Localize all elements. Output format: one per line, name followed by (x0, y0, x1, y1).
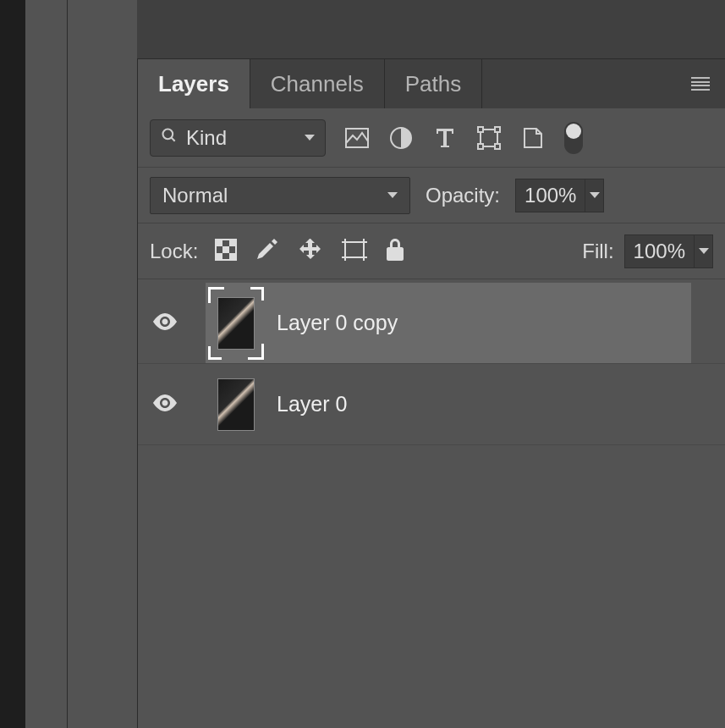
opacity-label[interactable]: Opacity: (426, 184, 500, 207)
layer-name[interactable]: Layer 0 copy (277, 311, 398, 335)
svg-rect-12 (222, 246, 229, 253)
blend-row: Normal Opacity: 100% (138, 168, 725, 223)
tab-paths[interactable]: Paths (385, 59, 483, 108)
filter-toggle[interactable] (564, 122, 583, 154)
visibility-eye-icon[interactable] (152, 313, 178, 334)
lock-artboard-icon[interactable] (342, 239, 367, 264)
layer-row[interactable]: Layer 0 (138, 364, 725, 445)
svg-rect-15 (345, 242, 364, 257)
panel-tabs: Layers Channels Paths (138, 59, 725, 108)
opacity-dropdown[interactable] (585, 179, 604, 212)
chevron-down-icon (305, 135, 315, 141)
chevron-down-icon (590, 192, 600, 198)
layer-row[interactable]: Layer 0 copy (138, 283, 725, 364)
lock-transparency-icon[interactable] (215, 239, 237, 264)
svg-line-1 (172, 138, 175, 141)
svg-rect-6 (495, 127, 500, 132)
app-left-strip (0, 0, 25, 728)
lock-position-icon[interactable] (298, 237, 323, 266)
svg-point-0 (163, 130, 173, 140)
fill-dropdown[interactable] (695, 234, 713, 268)
filter-pixel-icon[interactable] (344, 125, 370, 151)
panel-menu-icon[interactable] (691, 77, 710, 91)
filter-type-icon[interactable] (432, 125, 458, 151)
chevron-down-icon (387, 192, 398, 198)
blend-mode-select[interactable]: Normal (150, 177, 410, 214)
tab-layers[interactable]: Layers (138, 59, 250, 108)
svg-rect-11 (229, 240, 236, 246)
lock-label: Lock: (150, 240, 198, 263)
layer-filter-row: Kind (138, 108, 725, 168)
svg-rect-13 (216, 253, 222, 260)
filter-kind-label: Kind (186, 126, 296, 150)
layer-list: Layer 0 copy Layer 0 (138, 279, 725, 445)
layers-panel: Layers Channels Paths Kind (137, 59, 725, 728)
opacity-value[interactable]: 100% (515, 179, 585, 212)
tab-spacer (482, 59, 725, 108)
fill-value[interactable]: 100% (624, 234, 695, 268)
svg-rect-5 (478, 127, 483, 132)
visibility-eye-icon[interactable] (152, 394, 178, 415)
filter-kind-select[interactable]: Kind (150, 119, 326, 157)
filter-shape-icon[interactable] (476, 125, 502, 151)
fill-group: Fill: 100% (582, 234, 713, 268)
lock-row: Lock: Fill: 100% (138, 223, 725, 279)
chevron-down-icon (699, 248, 709, 254)
svg-rect-7 (478, 144, 483, 149)
layer-thumbnail[interactable] (211, 371, 261, 438)
panel-gutter (25, 0, 68, 728)
fill-label[interactable]: Fill: (582, 240, 613, 263)
canvas-area (137, 0, 725, 59)
svg-rect-10 (216, 240, 222, 246)
lock-icons (215, 237, 404, 266)
filter-adjustment-icon[interactable] (388, 125, 414, 151)
filter-smartobject-icon[interactable] (520, 125, 546, 151)
search-icon (161, 127, 178, 148)
svg-rect-8 (495, 144, 500, 149)
tab-channels[interactable]: Channels (250, 59, 385, 108)
blend-mode-label: Normal (162, 184, 387, 207)
layer-name[interactable]: Layer 0 (277, 392, 347, 416)
lock-all-icon[interactable] (386, 238, 404, 265)
lock-pixels-icon[interactable] (255, 237, 279, 266)
layer-thumbnail[interactable] (211, 290, 261, 357)
svg-rect-14 (229, 253, 236, 260)
